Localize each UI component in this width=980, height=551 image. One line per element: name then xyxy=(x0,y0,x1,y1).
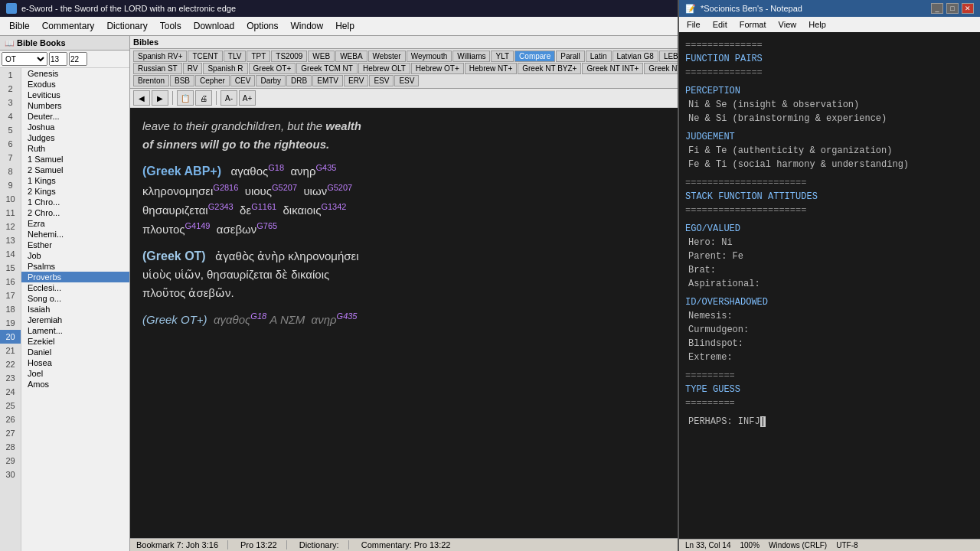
book-item-isaiah[interactable]: Isaiah xyxy=(21,304,129,315)
version-tab-tlv[interactable]: TLV xyxy=(224,51,247,62)
book-item-numbers[interactable]: Numbers xyxy=(21,100,129,111)
version-tab-erv[interactable]: ERV xyxy=(344,75,368,86)
version-tab-compare[interactable]: Compare xyxy=(514,51,555,62)
book-item-hosea[interactable]: Hosea xyxy=(21,357,129,368)
version-tab-cev[interactable]: CEV xyxy=(230,75,256,86)
book-item-nehemi---[interactable]: Nehemi... xyxy=(21,229,129,240)
version-tab-tcent[interactable]: TCENT xyxy=(188,51,222,62)
book-item-ecclesi---[interactable]: Ecclesi... xyxy=(21,282,129,293)
verse-input[interactable] xyxy=(69,52,87,66)
menu-dictionary[interactable]: Dictionary xyxy=(100,18,153,34)
version-tab-esv[interactable]: ESV xyxy=(394,75,419,86)
version-tab-greek-nt-byz-[interactable]: Greek NT BYZ+ xyxy=(518,63,581,74)
notepad-menu-help[interactable]: Help xyxy=(804,18,831,31)
version-tab-latvian-g8[interactable]: Latvian G8 xyxy=(612,51,658,62)
version-tab-esv[interactable]: ESV xyxy=(369,75,394,86)
version-tab-greek-ot-[interactable]: Greek OT+ xyxy=(249,63,296,74)
notepad-menu-edit[interactable]: Edit xyxy=(708,18,732,31)
nav-forward[interactable]: ▶ xyxy=(152,90,168,106)
book-item-song-o---[interactable]: Song o... xyxy=(21,293,129,304)
book-item---samuel[interactable]: 2 Samuel xyxy=(21,165,129,175)
books-list[interactable]: GenesisExodusLeviticusNumbersDeuter...Jo… xyxy=(21,68,129,551)
book-item-ruth[interactable]: Ruth xyxy=(21,143,129,154)
strongs-9[interactable]: G4149 xyxy=(185,221,210,230)
version-tab-cepher[interactable]: Cepher xyxy=(195,75,230,86)
version-tab-ylt[interactable]: YLT xyxy=(491,51,514,62)
version-tab-greek-tcm-nt[interactable]: Greek TCM NT xyxy=(296,63,358,74)
notepad-menu-view[interactable]: View xyxy=(774,18,802,31)
maximize-button[interactable]: □ xyxy=(946,3,959,14)
print-btn[interactable]: 🖨 xyxy=(195,90,212,106)
notepad-line-32[interactable]: PERHAPS: INFJ| xyxy=(685,415,974,429)
version-tab-weymouth[interactable]: Weymouth xyxy=(407,51,452,62)
menu-tools[interactable]: Tools xyxy=(154,18,188,34)
version-tab-brenton[interactable]: Brenton xyxy=(133,75,169,86)
version-tab-web[interactable]: WEB xyxy=(308,51,335,62)
version-tab-hebrew-ot-[interactable]: Hebrew OT+ xyxy=(411,63,464,74)
book-item-esther[interactable]: Esther xyxy=(21,240,129,250)
book-item-joel[interactable]: Joel xyxy=(21,368,129,379)
version-tab-latin[interactable]: Latin xyxy=(586,51,612,62)
version-tab-webster[interactable]: Webster xyxy=(368,51,406,62)
menu-options[interactable]: Options xyxy=(240,18,284,34)
book-item-genesis[interactable]: Genesis xyxy=(21,68,129,79)
menu-bible[interactable]: Bible xyxy=(3,18,36,34)
version-tab-russian-st[interactable]: Russian ST xyxy=(133,63,182,74)
menu-window[interactable]: Window xyxy=(284,18,329,34)
book-item---chro---[interactable]: 2 Chro... xyxy=(21,207,129,218)
chapter-input[interactable] xyxy=(49,52,67,66)
strongs-8[interactable]: G1342 xyxy=(321,202,346,211)
book-selector[interactable]: OT xyxy=(2,52,47,66)
book-item-leviticus[interactable]: Leviticus xyxy=(21,90,129,100)
book-item-job[interactable]: Job xyxy=(21,250,129,261)
book-item---kings[interactable]: 2 Kings xyxy=(21,186,129,197)
version-tab-bsb[interactable]: BSB xyxy=(170,75,194,86)
minimize-button[interactable]: _ xyxy=(931,3,943,14)
book-item-joshua[interactable]: Joshua xyxy=(21,122,129,132)
version-tab-tpt[interactable]: TPT xyxy=(247,51,270,62)
notepad-content[interactable]: ==============FUNCTION PAIRS============… xyxy=(679,32,980,539)
strongs-10[interactable]: G765 xyxy=(256,221,277,230)
version-tab-emtv[interactable]: EMTV xyxy=(312,75,343,86)
version-tab-williams[interactable]: Williams xyxy=(452,51,490,62)
version-tab-hebrew-olt[interactable]: Hebrew OLT xyxy=(358,63,410,74)
book-item-exodus[interactable]: Exodus xyxy=(21,79,129,90)
strongs-1[interactable]: G18 xyxy=(268,163,284,172)
version-tab-weba[interactable]: WEBA xyxy=(335,51,367,62)
book-item-jeremiah[interactable]: Jeremiah xyxy=(21,315,129,325)
menu-commentary[interactable]: Commentary xyxy=(36,18,101,34)
strongs-4[interactable]: G5207 xyxy=(272,183,297,192)
book-item---chro---[interactable]: 1 Chro... xyxy=(21,197,129,207)
book-item-proverbs[interactable]: Proverbs xyxy=(21,272,129,282)
version-tab-parall[interactable]: Parall xyxy=(556,51,585,62)
nav-back[interactable]: ◀ xyxy=(133,90,150,106)
book-item-deuter---[interactable]: Deuter... xyxy=(21,111,129,122)
book-item---samuel[interactable]: 1 Samuel xyxy=(21,154,129,165)
version-tab-rv[interactable]: RV xyxy=(183,63,203,74)
version-tab-drb[interactable]: DRB xyxy=(286,75,312,86)
version-tab-ts2009[interactable]: TS2009 xyxy=(271,51,307,62)
version-tab-spanish-r[interactable]: Spanish R xyxy=(203,63,247,74)
copy-btn[interactable]: 📋 xyxy=(177,90,194,106)
book-item-daniel[interactable]: Daniel xyxy=(21,347,129,357)
book-item-judges[interactable]: Judges xyxy=(21,132,129,143)
strongs-7[interactable]: G1161 xyxy=(251,202,276,211)
book-item-lament---[interactable]: Lament... xyxy=(21,325,129,336)
strongs-5[interactable]: G5207 xyxy=(327,183,352,192)
book-item-amos[interactable]: Amos xyxy=(21,379,129,390)
version-tab-spanish-rv-[interactable]: Spanish RV+ xyxy=(133,51,187,62)
strongs-3[interactable]: G2816 xyxy=(213,183,238,192)
menu-download[interactable]: Download xyxy=(188,18,240,34)
strongs-2[interactable]: G435 xyxy=(315,163,336,172)
strongs-6[interactable]: G2343 xyxy=(208,202,234,211)
notepad-menu-file[interactable]: File xyxy=(682,18,705,31)
book-item-psalms[interactable]: Psalms xyxy=(21,261,129,272)
book-item-ezekiel[interactable]: Ezekiel xyxy=(21,336,129,347)
close-button[interactable]: ✕ xyxy=(962,3,974,14)
version-tab-darby[interactable]: Darby xyxy=(256,75,286,86)
font-decrease[interactable]: A- xyxy=(220,90,237,106)
menu-help[interactable]: Help xyxy=(329,18,361,34)
font-increase[interactable]: A+ xyxy=(239,90,256,106)
notepad-menu-format[interactable]: Format xyxy=(735,18,771,31)
book-item---kings[interactable]: 1 Kings xyxy=(21,175,129,186)
